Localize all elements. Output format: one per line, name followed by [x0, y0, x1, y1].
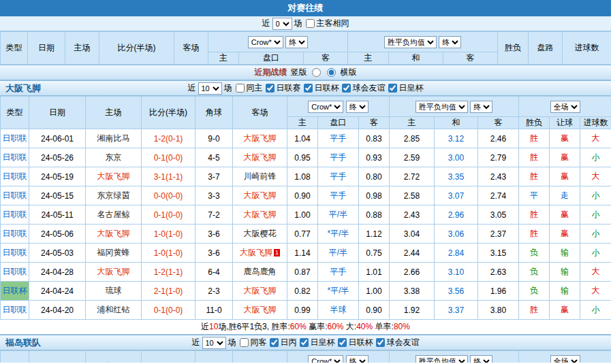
col-away-odds: 客 [359, 117, 390, 129]
league-filter-option[interactable]: 日皇杯 [387, 82, 424, 94]
home-team-link[interactable]: 琉球 [86, 282, 142, 301]
away-team-link[interactable]: 大阪飞脚 [233, 282, 287, 301]
league-filter-option[interactable]: 日联杯 [302, 82, 339, 94]
league-filter-option[interactable]: 同客 [238, 337, 267, 348]
league-type-cell[interactable]: 日职联 [1, 186, 29, 205]
avg-draw-cell: 3.06 [435, 225, 478, 244]
league-filter-option[interactable]: 球会友谊 [341, 82, 386, 94]
team2-name[interactable]: 福岛联队 [5, 337, 41, 349]
team2-full-match-select[interactable]: 全场 [550, 355, 580, 363]
league-filter-checkbox[interactable] [388, 84, 397, 93]
league-filter-checkbox[interactable] [342, 84, 351, 93]
handicap-cell[interactable]: 平手 [318, 148, 359, 167]
h2h-count-select[interactable]: 0 [272, 18, 292, 30]
same-venue-option[interactable]: 主客相同 [304, 18, 349, 29]
league-type-cell[interactable]: 日职联 [1, 129, 29, 148]
away-team-link[interactable]: 川崎前锋 [233, 167, 287, 186]
away-team-link[interactable]: 大阪飞脚 [233, 148, 287, 167]
match-score-link[interactable]: 1-2(1-1) [142, 263, 195, 282]
league-filter-label: 日联杯 [315, 82, 339, 94]
away-team-link[interactable]: 大阪飞脚 [233, 186, 287, 205]
handicap-cell[interactable]: 平手 [318, 167, 359, 186]
away-team-link[interactable]: 大阪飞脚 [233, 205, 287, 225]
league-filter-checkbox[interactable] [300, 338, 309, 347]
league-type-cell[interactable]: 日职联 [1, 167, 29, 186]
team1-avg-select[interactable]: 胜平负均值 [416, 101, 468, 113]
team2-count-select[interactable]: 10 [202, 337, 226, 349]
match-score-link[interactable]: 0-1(0-0) [142, 148, 195, 167]
team2-avg-select[interactable]: 胜平负均值 [416, 355, 468, 363]
team1-name[interactable]: 大阪飞脚 [5, 82, 41, 95]
league-filter-checkbox[interactable] [270, 338, 279, 347]
h2h-odds-final-select[interactable]: 终 [285, 36, 308, 48]
team1-odds-final-select[interactable]: 终 [346, 101, 369, 113]
home-team-link[interactable]: 大阪飞脚 [86, 167, 142, 186]
handicap-cell[interactable]: 平手 [318, 129, 359, 148]
handicap-cell[interactable]: 半球 [318, 301, 359, 320]
league-type-cell[interactable]: 日职联 [1, 244, 29, 263]
team2-odds-source-select[interactable]: Crow* [308, 355, 343, 363]
match-score-link[interactable]: 1-2(0-1) [142, 129, 195, 148]
match-score-link[interactable]: 1-0(1-0) [142, 244, 195, 263]
match-score-link[interactable]: 0-1(0-0) [142, 301, 195, 320]
scope-group-header: 全场 [519, 97, 611, 117]
league-filter-checkbox[interactable] [240, 338, 249, 347]
league-type-cell[interactable]: 日职联 [1, 225, 29, 244]
team1-odds-source-select[interactable]: Crow* [308, 101, 343, 113]
league-filter-checkbox[interactable] [266, 84, 275, 93]
same-venue-checkbox[interactable] [306, 19, 315, 28]
league-filter-option[interactable]: 日联赛 [264, 82, 301, 94]
handicap-cell[interactable]: 平/半 [318, 205, 359, 225]
handicap-cell[interactable]: 平手 [318, 186, 359, 205]
away-team-link[interactable]: 大阪飞脚1 [233, 244, 287, 263]
match-score-link[interactable]: 3-1(1-1) [142, 167, 195, 186]
league-type-cell[interactable]: 日职联 [1, 263, 29, 282]
team1-full-match-select[interactable]: 全场 [550, 101, 580, 113]
away-odds-cell: 0.83 [359, 129, 390, 148]
handicap-cell[interactable]: *平/半 [318, 225, 359, 244]
league-type-cell[interactable]: 日联杯 [1, 282, 29, 301]
league-filter-checkbox[interactable] [236, 84, 245, 93]
away-team-link[interactable]: 大阪飞脚 [233, 129, 287, 148]
league-filter-checkbox[interactable] [338, 338, 347, 347]
match-score-link[interactable]: 1-0(1-0) [142, 225, 195, 244]
avg-away-cell: 2.46 [478, 129, 519, 148]
vertical-layout-radio[interactable] [312, 68, 321, 77]
h2h-odds-source-select[interactable]: Crow* [248, 36, 283, 48]
league-type-cell[interactable]: 日职联 [1, 205, 29, 225]
horizontal-layout-radio[interactable] [327, 68, 336, 77]
match-score-link[interactable]: 0-1(0-0) [142, 205, 195, 225]
league-filter-option[interactable]: 日丙 [268, 337, 297, 348]
league-filter-option[interactable]: 同主 [234, 82, 263, 94]
home-team-link[interactable]: 大阪飞脚 [86, 225, 142, 244]
team2-odds-final-select[interactable]: 终 [346, 355, 369, 363]
handicap-cell[interactable]: *平/半 [318, 282, 359, 301]
home-team-link[interactable]: 福冈黄蜂 [86, 244, 142, 263]
league-type-cell[interactable]: 日职联 [1, 301, 29, 320]
match-score-link[interactable]: 0-0(0-0) [142, 186, 195, 205]
team1-count-select[interactable]: 10 [198, 82, 222, 95]
team1-avg-final-select[interactable]: 终 [470, 101, 492, 113]
col-away: 客场 [233, 351, 287, 363]
away-team-link[interactable]: 大阪飞脚 [233, 301, 287, 320]
league-filter-option[interactable]: 球会友谊 [375, 337, 420, 348]
home-team-link[interactable]: 浦和红钻 [86, 301, 142, 320]
away-team-link[interactable]: 大阪樱花 [233, 225, 287, 244]
league-filter-checkbox[interactable] [376, 338, 385, 347]
team2-avg-final-select[interactable]: 终 [470, 355, 492, 363]
home-team-link[interactable]: 名古屋鲸 [86, 205, 142, 225]
away-team-link[interactable]: 鹿岛鹿角 [233, 263, 287, 282]
league-filter-checkbox[interactable] [304, 84, 313, 93]
home-team-link[interactable]: 东京绿茵 [86, 186, 142, 205]
h2h-avg-select[interactable]: 胜平负均值 [384, 36, 437, 48]
h2h-avg-final-select[interactable]: 终 [439, 36, 461, 48]
home-team-link[interactable]: 大阪飞脚 [86, 263, 142, 282]
handicap-cell[interactable]: 平/半 [318, 244, 359, 263]
match-score-link[interactable]: 2-1(1-0) [142, 282, 195, 301]
league-filter-option[interactable]: 日联杯 [336, 337, 373, 348]
home-team-link[interactable]: 湘南比马 [86, 129, 142, 148]
league-type-cell[interactable]: 日职联 [1, 148, 29, 167]
home-team-link[interactable]: 东京 [86, 148, 142, 167]
league-filter-option[interactable]: 日皇杯 [298, 337, 335, 348]
handicap-cell[interactable]: 平手 [318, 263, 359, 282]
